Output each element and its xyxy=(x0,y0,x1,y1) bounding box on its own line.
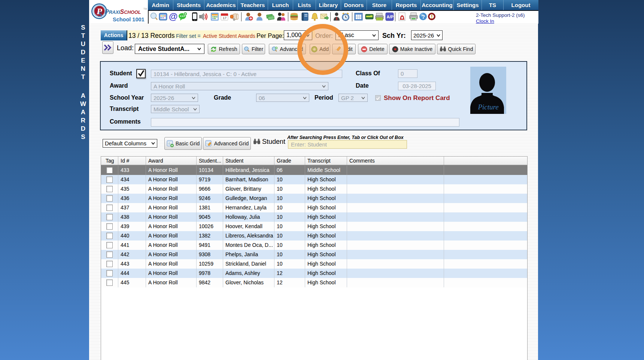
svg-text:S: S xyxy=(98,10,103,19)
svg-text:Picture: Picture xyxy=(477,103,498,111)
svg-text:@: @ xyxy=(169,12,177,21)
svg-text:17: 17 xyxy=(223,16,227,20)
svg-text:School 1001: School 1001 xyxy=(113,16,145,22)
svg-text:A/P: A/P xyxy=(387,15,394,19)
svg-text:PRAXISCHOOL: PRAXISCHOOL xyxy=(105,9,141,15)
svg-text:TM: TM xyxy=(143,7,147,10)
svg-text:?: ? xyxy=(422,13,425,20)
